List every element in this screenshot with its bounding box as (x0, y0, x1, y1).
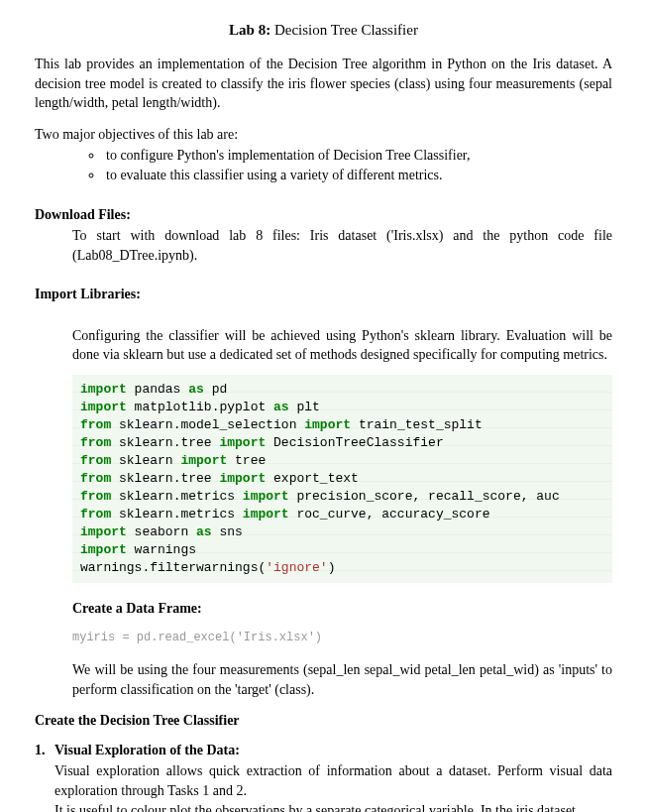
visual-title: Visual Exploration of the Data: (54, 743, 240, 757)
download-text-line2: (Lab08_DTree.ipynb). (72, 246, 612, 266)
import-text: Configuring the classifier will be achie… (72, 326, 612, 365)
objective-item: to configure Python's implementation of … (104, 146, 612, 166)
create-df-code: myiris = pd.read_excel('Iris.xlsx') (72, 630, 612, 646)
code-block: import pandas as pd import matplotlib.py… (72, 375, 612, 583)
intro-paragraph: This lab provides an implementation of t… (35, 55, 612, 113)
title-name: Decision Tree Classifier (274, 22, 418, 38)
download-text-line1: To start with download lab 8 files: Iris… (72, 226, 612, 246)
document-title: Lab 8: Decision Tree Classifier (35, 20, 612, 41)
create-classifier-heading: Create the Decision Tree Classifier (35, 711, 612, 731)
objectives-intro: Two major objectives of this lab are: (35, 125, 612, 145)
title-label: Lab 8: (229, 22, 270, 38)
import-heading: Import Libraries: (35, 285, 612, 304)
item-number: 1. (35, 741, 54, 760)
visual-body-2: It is useful to colour plot the observat… (54, 801, 612, 812)
create-df-heading: Create a Data Frame: (72, 599, 612, 619)
visual-body-1: Visual exploration allows quick extracti… (54, 761, 612, 800)
create-df-text: We will be using the four measurements (… (72, 660, 612, 699)
objectives-list: to configure Python's implementation of … (35, 146, 612, 184)
numbered-item: 1. Visual Exploration of the Data: (35, 741, 612, 760)
download-heading: Download Files: (35, 205, 612, 225)
objective-item: to evaluate this classifier using a vari… (104, 166, 612, 185)
